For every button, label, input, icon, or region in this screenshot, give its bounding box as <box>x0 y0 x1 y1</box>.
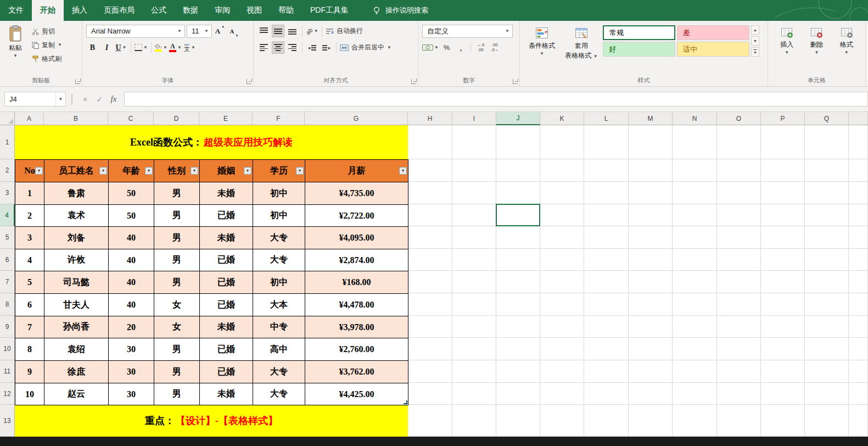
column-header-K[interactable]: K <box>540 112 584 125</box>
cell[interactable]: 4 <box>15 249 44 271</box>
cell[interactable]: 男 <box>154 338 200 361</box>
cell[interactable]: 30 <box>109 383 154 405</box>
filter-dropdown-icon[interactable]: ▾ <box>244 167 251 175</box>
align-left-button[interactable] <box>257 41 270 54</box>
cell[interactable]: 赵云 <box>44 383 109 405</box>
cell[interactable]: 大专 <box>253 227 305 249</box>
column-header-O[interactable]: O <box>717 112 761 125</box>
row-header-5[interactable]: 5 <box>0 226 15 249</box>
cell[interactable]: ¥2,722.00 <box>305 205 408 227</box>
dialog-launcher-icon[interactable] <box>411 79 416 84</box>
cell[interactable]: 男 <box>154 205 200 227</box>
row-header-3[interactable]: 3 <box>0 182 15 204</box>
sheet-grid[interactable]: Excel函数公式： 超级表应用技巧解读 No▾员工姓名▾年龄▾性别▾婚姻▾学历… <box>15 125 868 437</box>
table-header-年龄[interactable]: 年龄▾ <box>109 160 154 182</box>
enter-button[interactable]: ✓ <box>92 92 107 107</box>
phonetic-guide-button[interactable]: wen文 ▼ <box>183 41 196 54</box>
cell[interactable]: ¥4,735.00 <box>305 182 408 205</box>
cell[interactable]: 女 <box>154 316 200 338</box>
tab-帮助[interactable]: 帮助 <box>270 0 302 21</box>
column-header-M[interactable]: M <box>629 112 673 125</box>
filter-dropdown-icon[interactable]: ▾ <box>99 167 107 175</box>
column-header-A[interactable]: A <box>15 112 44 125</box>
cell[interactable]: 8 <box>15 338 44 361</box>
insert-cells-button[interactable]: 插入 ▼ <box>777 24 797 74</box>
delete-cells-button[interactable]: 删除 ▼ <box>807 24 826 74</box>
cell[interactable]: 50 <box>109 182 154 205</box>
cell[interactable]: 孙尚香 <box>44 316 109 338</box>
cell[interactable]: 初中 <box>253 271 305 294</box>
cell[interactable]: 40 <box>109 271 154 294</box>
cell[interactable]: 初中 <box>253 205 305 227</box>
cell[interactable]: ¥3,762.00 <box>305 361 408 383</box>
column-header-N[interactable]: N <box>673 112 717 125</box>
column-header-B[interactable]: B <box>44 112 108 125</box>
table-header-员工姓名[interactable]: 员工姓名▾ <box>44 160 109 182</box>
row-header-11[interactable]: 11 <box>0 360 15 383</box>
cell[interactable]: 已婚 <box>200 361 253 383</box>
table-header-性别[interactable]: 性别▾ <box>154 160 200 182</box>
filter-dropdown-icon[interactable]: ▾ <box>35 167 43 175</box>
column-header-D[interactable]: D <box>154 112 199 125</box>
cell[interactable]: 未婚 <box>200 316 253 338</box>
tab-数据[interactable]: 数据 <box>175 0 206 21</box>
cell[interactable]: ¥168.00 <box>305 271 408 294</box>
cell[interactable]: 男 <box>154 271 200 294</box>
cell[interactable]: 40 <box>109 227 154 249</box>
cell[interactable]: 大专 <box>253 249 305 271</box>
font-color-button[interactable]: A ▼ <box>169 41 182 54</box>
cell-style-好[interactable]: 好 <box>603 42 675 57</box>
format-cells-button[interactable]: 格式 ▼ <box>837 24 856 74</box>
percent-style-button[interactable]: % <box>440 41 453 54</box>
gallery-down-button[interactable]: ▼ <box>751 36 759 46</box>
filter-dropdown-icon[interactable]: ▾ <box>296 167 304 175</box>
cell[interactable]: 30 <box>109 361 154 383</box>
dialog-launcher-icon[interactable] <box>75 79 80 84</box>
table-header-婚姻[interactable]: 婚姻▾ <box>200 160 253 182</box>
cell[interactable]: 司马懿 <box>44 271 109 294</box>
gallery-up-button[interactable]: ▲ <box>751 25 759 35</box>
tab-公式[interactable]: 公式 <box>143 0 175 21</box>
row-header-13[interactable]: 13 <box>0 405 15 437</box>
row-header-12[interactable]: 12 <box>0 383 15 405</box>
cell[interactable]: 男 <box>154 361 200 383</box>
column-header-partial[interactable] <box>849 112 868 125</box>
column-header-L[interactable]: L <box>584 112 629 125</box>
cell[interactable]: 女 <box>154 294 200 316</box>
cell[interactable]: 未婚 <box>200 383 253 405</box>
cell[interactable]: 10 <box>15 383 44 405</box>
cell[interactable]: ¥4,425.00 <box>305 383 408 405</box>
row-header-8[interactable]: 8 <box>0 293 15 316</box>
tab-审阅[interactable]: 审阅 <box>206 0 238 21</box>
decrease-indent-button[interactable]: ◂ <box>306 41 318 54</box>
cell[interactable]: ¥2,760.00 <box>305 338 408 361</box>
table-resize-handle[interactable] <box>404 400 407 404</box>
cell[interactable]: 男 <box>154 383 200 405</box>
tab-文件[interactable]: 文件 <box>0 0 32 21</box>
tell-me-search[interactable]: 操作说明搜索 <box>372 0 428 21</box>
underline-button[interactable]: U▼ <box>115 41 127 54</box>
number-format-select[interactable]: 自定义 ▼ <box>422 25 513 38</box>
format-painter-button[interactable]: 格式刷 <box>30 53 64 64</box>
cell[interactable]: 已婚 <box>200 294 253 316</box>
tab-插入[interactable]: 插入 <box>64 0 96 21</box>
table-header-月薪[interactable]: 月薪▾ <box>305 160 408 182</box>
insert-function-button[interactable]: fx <box>107 92 121 107</box>
column-header-F[interactable]: F <box>253 112 305 125</box>
borders-button[interactable]: ▼ <box>135 41 148 54</box>
cell[interactable]: 鲁肃 <box>44 182 109 205</box>
cell[interactable]: 40 <box>109 294 154 316</box>
cut-button[interactable]: 剪切 <box>30 26 64 37</box>
dialog-launcher-icon[interactable] <box>513 79 518 84</box>
column-header-J[interactable]: J <box>496 112 540 125</box>
cell[interactable]: ¥4,095.00 <box>305 227 408 249</box>
row-header-10[interactable]: 10 <box>0 338 15 360</box>
chevron-down-icon[interactable]: ▼ <box>55 92 65 106</box>
select-all-corner[interactable] <box>0 112 15 125</box>
merge-center-button[interactable]: 合并后居中 ▼ <box>340 41 391 54</box>
increase-font-size-button[interactable]: A▲ <box>214 25 226 37</box>
cell[interactable]: 中专 <box>253 316 305 338</box>
cell[interactable]: ¥3,978.00 <box>305 316 408 338</box>
row-header-7[interactable]: 7 <box>0 271 15 293</box>
table-header-No[interactable]: No▾ <box>15 160 44 182</box>
